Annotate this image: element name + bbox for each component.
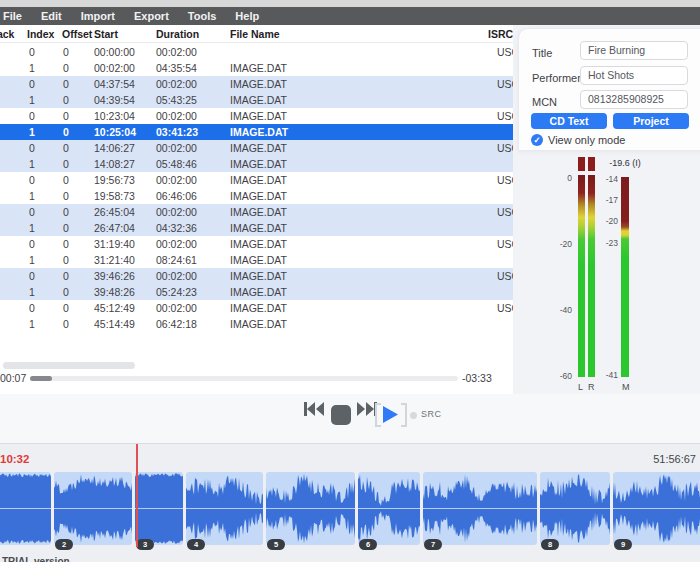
mcn-label: MCN — [532, 96, 557, 108]
menu-import[interactable]: Import — [81, 7, 115, 25]
track-region[interactable] — [0, 472, 51, 545]
table-row[interactable]: 0026:45:0400:02:00IMAGE.DATUSQ — [0, 204, 513, 220]
table-row[interactable]: 1045:14:4906:42:18IMAGE.DAT — [0, 316, 513, 332]
table-row[interactable]: 0039:46:2600:02:00IMAGE.DATUSQ — [0, 268, 513, 284]
track-region[interactable] — [540, 472, 610, 545]
menu-edit[interactable]: Edit — [41, 7, 62, 25]
cell-file: IMAGE.DAT — [230, 238, 287, 250]
seek-thumb[interactable] — [30, 376, 52, 381]
track-region[interactable] — [54, 472, 132, 545]
table-row[interactable]: 1004:39:5405:43:25IMAGE.DAT — [0, 92, 513, 108]
menu-file[interactable]: File — [3, 7, 22, 25]
previous-track-button[interactable] — [304, 402, 324, 416]
table-row[interactable]: 1026:47:0404:32:36IMAGE.DAT — [0, 220, 513, 236]
lr-tick: -40 — [544, 305, 572, 315]
view-only-checkbox-row[interactable]: ✓ View only mode — [531, 134, 625, 146]
title-input[interactable]: Fire Burning — [580, 41, 688, 60]
cell-dur: 06:46:06 — [156, 190, 197, 202]
col-index[interactable]: Index — [27, 28, 54, 40]
track-region[interactable] — [358, 472, 420, 545]
next-track-button[interactable] — [357, 402, 377, 416]
cell-file: IMAGE.DAT — [230, 270, 287, 282]
track-region[interactable] — [186, 472, 263, 545]
track-region[interactable] — [135, 472, 183, 545]
col-duration[interactable]: Duration — [156, 28, 199, 40]
mid-meter-label: M — [622, 382, 630, 392]
col-track[interactable]: Track — [0, 28, 14, 40]
playhead-cursor[interactable] — [136, 444, 138, 547]
title-label: Title — [532, 47, 552, 59]
cell-dur: 05:48:46 — [156, 158, 197, 170]
table-row[interactable]: 0004:37:5400:02:00IMAGE.DATUSQ — [0, 76, 513, 92]
playhead-time: 10:32 — [0, 453, 29, 465]
col-isrc[interactable]: ISRC — [488, 28, 513, 40]
cell-start: 04:39:54 — [94, 94, 135, 106]
level-meters: -19.6 (I) 0-20-40-60 -14-17-20-23 -41 L … — [513, 150, 700, 394]
transport-bar: SRC — [0, 394, 700, 443]
performer-input[interactable]: Hot Shots — [580, 66, 688, 85]
cell-offset: 0 — [63, 158, 69, 170]
cell-file: IMAGE.DAT — [230, 94, 287, 106]
cell-file: IMAGE.DAT — [230, 190, 287, 202]
cell-offset: 0 — [63, 142, 69, 154]
m-tick: -17 — [590, 195, 618, 205]
cell-offset: 0 — [63, 222, 69, 234]
cell-file: IMAGE.DAT — [230, 142, 287, 154]
table-hscrollbar[interactable] — [3, 362, 135, 369]
cell-file: IMAGE.DAT — [230, 174, 287, 186]
cell-start: 45:12:49 — [94, 302, 135, 314]
track-region[interactable] — [423, 472, 537, 545]
play-button[interactable] — [383, 406, 398, 423]
menu-export[interactable]: Export — [134, 7, 169, 25]
table-row[interactable]: 0000:00:0000:02:00USQ — [0, 44, 513, 60]
table-row[interactable]: 1019:58:7306:46:06IMAGE.DAT — [0, 188, 513, 204]
table-row[interactable]: 0019:56:7300:02:00IMAGE.DATUSQ — [0, 172, 513, 188]
cell-start: 31:19:40 — [94, 238, 135, 250]
table-row[interactable]: 1031:21:4008:24:61IMAGE.DAT — [0, 252, 513, 268]
cell-offset: 0 — [63, 78, 69, 90]
menu-tools[interactable]: Tools — [188, 7, 217, 25]
table-row[interactable]: 0010:23:0400:02:00IMAGE.DATUSQ — [0, 108, 513, 124]
disc-info-card: Title Fire Burning Performer Hot Shots M… — [518, 28, 700, 151]
checkbox-checked-icon[interactable]: ✓ — [531, 134, 543, 146]
stop-button[interactable] — [331, 405, 351, 425]
play-bracket-right — [401, 403, 407, 427]
cell-offset: 0 — [63, 126, 69, 138]
cell-file: IMAGE.DAT — [230, 318, 287, 330]
table-row[interactable]: 1039:48:2605:24:23IMAGE.DAT — [0, 284, 513, 300]
m-tick: -14 — [590, 174, 618, 184]
table-row[interactable]: 1014:08:2705:48:46IMAGE.DAT — [0, 156, 513, 172]
seek-bar[interactable] — [30, 376, 458, 381]
cell-start: 39:46:26 — [94, 270, 135, 282]
table-row[interactable]: 1010:25:0403:41:23IMAGE.DAT — [0, 124, 513, 140]
cell-file: IMAGE.DAT — [230, 206, 287, 218]
cell-dur: 03:41:23 — [156, 126, 198, 138]
track-number-badge: 6 — [359, 539, 377, 550]
cell-file: IMAGE.DAT — [230, 158, 287, 170]
table-row[interactable]: 0045:12:4900:02:00IMAGE.DATUSQ — [0, 300, 513, 316]
table-row[interactable]: 0031:19:4000:02:00IMAGE.DATUSQ — [0, 236, 513, 252]
cell-offset: 0 — [63, 254, 69, 266]
cell-file: IMAGE.DAT — [230, 126, 288, 138]
track-region[interactable] — [613, 472, 700, 545]
cell-index: 0 — [29, 270, 35, 282]
track-region[interactable] — [266, 472, 355, 545]
table-row[interactable]: 0014:06:2700:02:00IMAGE.DATUSQ — [0, 140, 513, 156]
table-row[interactable]: 1000:02:0004:35:54IMAGE.DAT — [0, 60, 513, 76]
cell-index: 1 — [29, 286, 35, 298]
cd-text-button[interactable]: CD Text — [531, 113, 607, 129]
project-button[interactable]: Project — [613, 113, 689, 129]
col-start[interactable]: Start — [94, 28, 118, 40]
col-offset[interactable]: Offset — [62, 28, 92, 40]
menu-help[interactable]: Help — [235, 7, 259, 25]
lr-tick: 0 — [544, 173, 572, 183]
mcn-input[interactable]: 0813285908925 — [580, 90, 688, 109]
cell-start: 00:02:00 — [94, 62, 135, 74]
col-file-name[interactable]: File Name — [230, 28, 280, 40]
cell-file: IMAGE.DAT — [230, 254, 287, 266]
cell-dur: 00:02:00 — [156, 302, 197, 314]
cell-index: 1 — [29, 318, 35, 330]
window-titlebar — [0, 0, 700, 7]
clip-led-right — [588, 157, 595, 171]
view-only-label: View only mode — [548, 134, 625, 146]
